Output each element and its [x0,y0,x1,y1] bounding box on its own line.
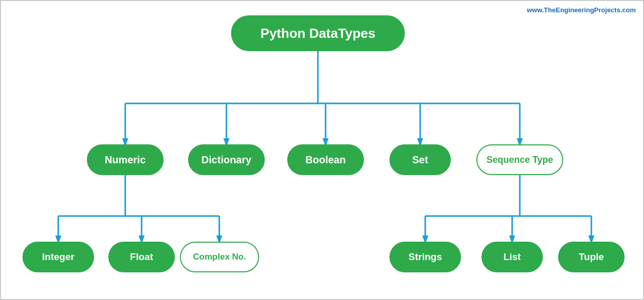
boolean-node: Boolean [287,144,364,175]
set-label: Set [412,154,428,166]
root-label: Python DataTypes [261,26,376,41]
integer-label: Integer [42,251,74,263]
boolean-label: Boolean [306,154,346,166]
float-node: Float [108,242,175,272]
strings-node: Strings [389,242,461,272]
numeric-label: Numeric [105,154,146,166]
sequencetype-node: Sequence Type [476,144,563,175]
complexno-node: Complex No. [180,242,259,272]
list-node: List [481,242,543,272]
dictionary-node: Dictionary [188,144,265,175]
numeric-node: Numeric [87,144,164,175]
watermark: www.TheEngineeringProjects.com [527,6,636,14]
list-label: List [503,251,521,263]
dictionary-label: Dictionary [201,154,251,166]
root-node: Python DataTypes [231,15,405,51]
complexno-label: Complex No. [193,252,246,262]
sequencetype-label: Sequence Type [487,155,554,165]
tuple-node: Tuple [558,242,625,272]
integer-node: Integer [22,242,94,272]
set-node: Set [389,144,451,175]
strings-label: Strings [408,251,442,263]
tuple-label: Tuple [579,251,604,263]
float-label: Float [130,251,153,263]
